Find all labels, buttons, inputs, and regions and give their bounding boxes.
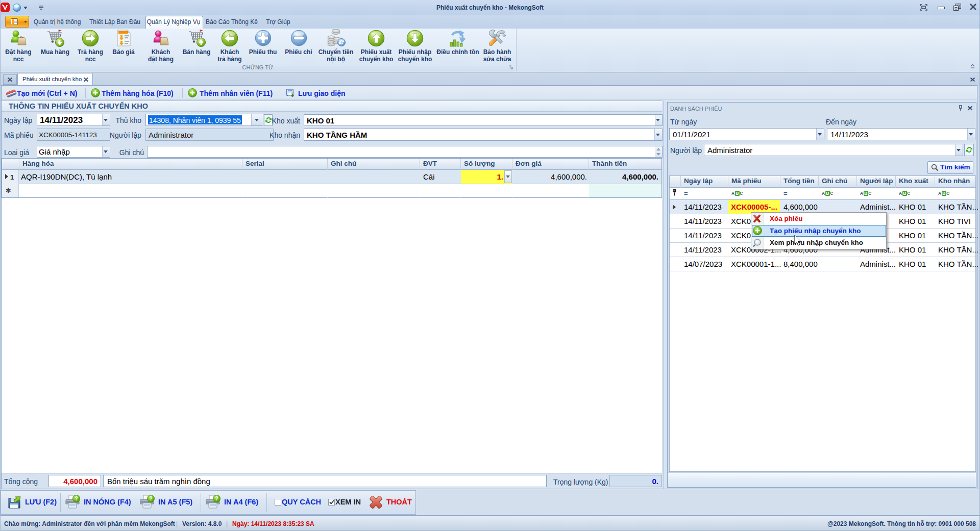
svg-text:?: ? [215,496,218,501]
svg-text:?: ? [149,496,152,501]
svg-text:?: ? [75,496,78,501]
